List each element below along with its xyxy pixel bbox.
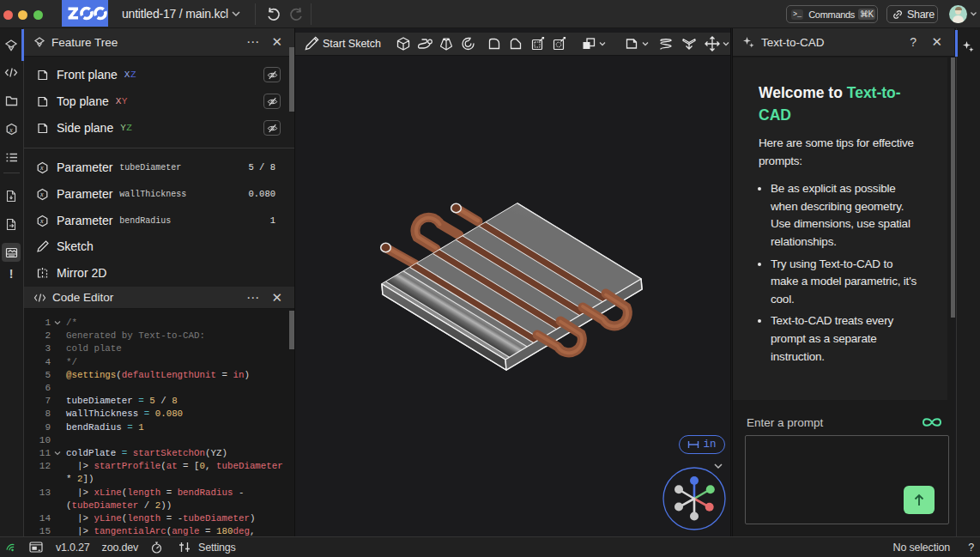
svg-text:x: x [9,124,13,133]
svg-text:x: x [39,191,44,198]
svg-text:x: x [39,217,44,225]
svg-text:x: x [39,164,44,172]
